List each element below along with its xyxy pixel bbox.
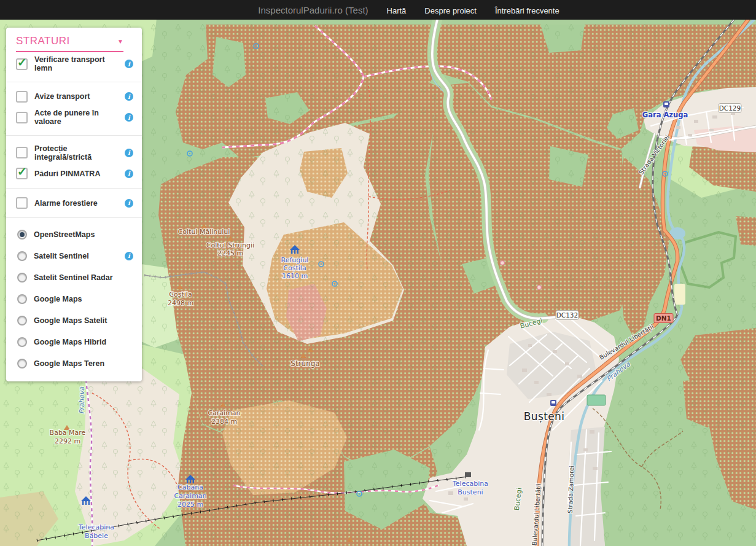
map-label-prahova-valley: Prahova: [78, 386, 86, 414]
baselayer-label: Satelit Sentinel: [34, 252, 89, 260]
info-icon[interactable]: i: [125, 252, 133, 260]
chevron-down-icon[interactable]: ▼: [117, 38, 123, 45]
road-shield-dc129: DC129: [719, 104, 741, 112]
map-label-costila-elev: 2498 m: [168, 299, 193, 307]
checkbox[interactable]: [16, 91, 28, 103]
map-label-telecabina-babele-1: Telecabina: [78, 523, 114, 531]
checkbox[interactable]: [16, 168, 28, 179]
map-label-refugiul-costila-1: Refugiul: [281, 256, 309, 264]
info-icon[interactable]: i: [125, 149, 133, 157]
map-label-baba-mare-elev: 2292 m: [55, 437, 80, 445]
baselayer-label: OpenStreetMaps: [34, 230, 95, 239]
map-label-refugiul-costila-3: 1610 m: [282, 272, 308, 280]
baselayer-google-maps[interactable]: Google Maps: [6, 288, 142, 310]
baselayer-satelit-sentinel[interactable]: Satelit Sentinel i: [6, 245, 142, 267]
app-title: InspectorulPadurii.ro (Test): [258, 5, 368, 15]
layer-protectie-integrala[interactable]: Protecție integrală/strictă i: [6, 141, 142, 165]
baselayer-google-maps-hibrid[interactable]: Google Maps Hibrid: [6, 331, 142, 353]
radio-button[interactable]: [17, 273, 27, 283]
map-label-telecabina-busteni-2: Busteni: [458, 488, 483, 496]
layers-panel-title: STRATURI: [16, 35, 70, 47]
radio-button[interactable]: [17, 359, 27, 369]
checkbox[interactable]: [16, 147, 28, 158]
layer-alarme-forestiere[interactable]: Alarme forestiere i: [6, 194, 142, 212]
info-icon[interactable]: i: [125, 199, 133, 208]
baselayer-google-maps-satelit[interactable]: Google Maps Satelit: [6, 310, 142, 331]
baselayer-satelit-sentinel-radar[interactable]: Satelit Sentinel Radar: [6, 267, 142, 288]
layer-label: Protecție integrală/strictă: [34, 144, 125, 162]
divider: [6, 135, 142, 136]
checkbox[interactable]: [16, 112, 28, 123]
layer-paduri-pinmatra[interactable]: Păduri PINMATRA i: [6, 165, 142, 182]
radio-button[interactable]: [17, 230, 27, 240]
layer-acte-punere-valoare[interactable]: Acte de punere în valoare i: [6, 106, 142, 130]
info-icon[interactable]: i: [125, 170, 133, 178]
checkbox[interactable]: [16, 197, 28, 209]
radio-button[interactable]: [17, 316, 27, 326]
train-station-icon: [550, 400, 556, 406]
baselayer-label: Google Maps Teren: [34, 359, 104, 368]
train-station-icon: [663, 101, 669, 107]
layer-verificare-transport-lemn[interactable]: Verificare transport lemn i: [6, 52, 142, 76]
map-label-caraiman-elev: 2384 m: [211, 418, 237, 426]
top-navigation-bar: InspectorulPadurii.ro (Test) Hartă Despr…: [0, 0, 756, 20]
layer-avize-transport[interactable]: Avize transport i: [6, 88, 142, 106]
map-label-coltul-strungii: Coltul Strungii: [206, 241, 254, 249]
map-label-cabana-caraiman-2: Caraiman: [174, 492, 206, 500]
baselayer-label: Google Maps: [34, 295, 82, 303]
info-icon[interactable]: i: [125, 92, 133, 101]
nav-despre-proiect[interactable]: Despre proiect: [424, 6, 477, 15]
baselayer-google-maps-teren[interactable]: Google Maps Teren: [6, 353, 142, 374]
baselayer-label: Google Maps Hibrid: [34, 338, 106, 346]
baselayer-openstreetmaps[interactable]: OpenStreetMaps: [6, 224, 142, 245]
layer-label: Păduri PINMATRA: [34, 170, 100, 178]
divider: [6, 188, 142, 189]
info-icon[interactable]: i: [125, 113, 133, 122]
layers-panel: STRATURI ▼ Verificare transport lemn i A…: [6, 28, 142, 381]
map-label-coltul-malinului: Coltul Mălinului: [178, 228, 230, 236]
divider: [6, 82, 142, 82]
radio-button[interactable]: [17, 251, 27, 261]
road-shield-dn1: DN1: [656, 314, 671, 322]
map-label-coltul-strungii-elev: 2245 m: [217, 249, 243, 257]
map-label-strunga: Strunga: [290, 359, 319, 368]
radio-button[interactable]: [17, 294, 27, 304]
radio-button[interactable]: [17, 337, 27, 347]
map-label-caraiman: Caraiman: [208, 409, 240, 417]
layer-label: Alarme forestiere: [34, 199, 98, 208]
nav-intrebari-frecvente[interactable]: Întrebări frecvente: [495, 6, 559, 15]
layer-label: Avize transport: [34, 92, 90, 101]
map-label-baba-mare: Baba Mare: [50, 429, 86, 437]
map-label-cabana-caraiman-3: 2025 m: [177, 501, 203, 509]
checkbox[interactable]: [16, 58, 28, 70]
campsite-area: [674, 284, 685, 305]
map-label-telecabina-busteni-1: Telecabina: [452, 480, 488, 488]
poi-dot-icon: [537, 286, 542, 290]
nav-harta[interactable]: Hartă: [387, 6, 407, 15]
divider: [6, 217, 142, 218]
layer-label: Verificare transport lemn: [34, 55, 125, 73]
layers-panel-header[interactable]: STRATURI ▼: [16, 35, 123, 52]
info-icon[interactable]: i: [125, 60, 133, 68]
layer-label: Acte de punere în valoare: [34, 109, 125, 127]
map-label-telecabina-babele-2: Babele: [85, 532, 108, 540]
map-label-cabana-caraiman-1: Cabana: [177, 483, 203, 491]
map-label-busteni: Bușteni: [524, 410, 565, 423]
map-label-refugiul-costila-2: Coștila: [283, 264, 306, 272]
baselayer-label: Google Maps Satelit: [34, 316, 107, 325]
baselayer-label: Satelit Sentinel Radar: [34, 273, 113, 282]
map-label-gara-azuga: Gara Azuga: [642, 111, 688, 119]
map-label-costila: Coștila: [169, 291, 192, 298]
sports-pitch: [587, 395, 606, 405]
road-shield-dc132: DC132: [556, 311, 578, 319]
poi-dot-icon: [501, 261, 505, 265]
